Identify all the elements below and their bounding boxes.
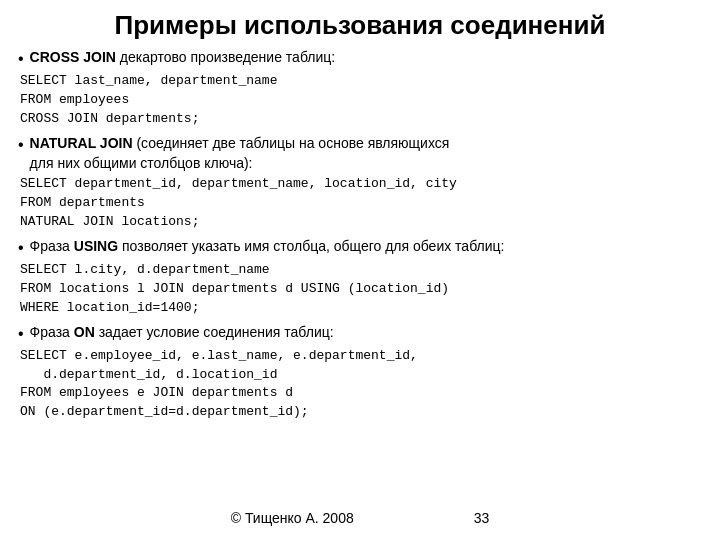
bullet-icon-2: • xyxy=(18,133,24,156)
on-label: Фраза ON задает условие соединения табли… xyxy=(30,322,334,342)
page: Примеры использования соединений • CROSS… xyxy=(0,0,720,540)
footer-copyright: © Тищенко А. 2008 xyxy=(231,510,354,526)
footer-page-number: 33 xyxy=(474,510,490,526)
cross-join-code: SELECT last_name, department_name FROM e… xyxy=(20,72,702,129)
section-cross-join: • CROSS JOIN декартово произведение табл… xyxy=(18,47,702,70)
section-on: • Фраза ON задает условие соединения таб… xyxy=(18,322,702,345)
footer: © Тищенко А. 2008 33 xyxy=(18,504,702,530)
bullet-icon-4: • xyxy=(18,322,24,345)
page-title: Примеры использования соединений xyxy=(18,10,702,41)
bullet-icon-1: • xyxy=(18,47,24,70)
natural-join-code: SELECT department_id, department_name, l… xyxy=(20,175,702,232)
section-natural-join: • NATURAL JOIN (соединяет две таблицы на… xyxy=(18,133,702,174)
using-label: Фраза USING позволяет указать имя столбц… xyxy=(30,236,505,256)
natural-join-label: NATURAL JOIN (соединяет две таблицы на о… xyxy=(30,133,450,174)
cross-join-label: CROSS JOIN декартово произведение таблиц… xyxy=(30,47,336,67)
using-code: SELECT l.city, d.department_name FROM lo… xyxy=(20,261,702,318)
content-area: • CROSS JOIN декартово произведение табл… xyxy=(18,47,702,504)
on-code: SELECT e.employee_id, e.last_name, e.dep… xyxy=(20,347,702,422)
section-using: • Фраза USING позволяет указать имя стол… xyxy=(18,236,702,259)
bullet-icon-3: • xyxy=(18,236,24,259)
